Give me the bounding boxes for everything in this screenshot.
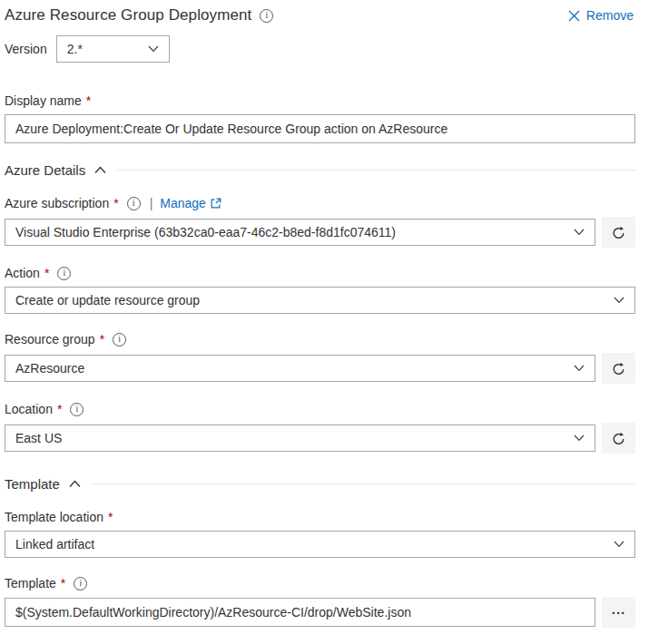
- resource-group-label: Resource group: [5, 332, 95, 346]
- template-location-label-row: Template location *: [5, 510, 635, 524]
- close-icon: [568, 10, 580, 22]
- azure-details-title: Azure Details: [5, 162, 85, 178]
- refresh-resource-group-button[interactable]: [602, 353, 635, 384]
- template-location-select[interactable]: Linked artifact: [5, 531, 635, 558]
- chevron-down-icon: [148, 45, 159, 53]
- ellipsis-icon: ...: [612, 602, 626, 616]
- template-field: Template * ...: [5, 576, 635, 628]
- required-mark: *: [113, 196, 118, 210]
- chevron-down-icon: [574, 365, 585, 372]
- action-field: Action * Create or update resource group: [5, 266, 635, 314]
- refresh-icon: [611, 225, 626, 240]
- manage-subscription-link[interactable]: Manage: [160, 196, 221, 210]
- chevron-down-icon: [574, 434, 585, 442]
- info-icon[interactable]: [70, 403, 84, 416]
- chevron-down-icon: [614, 541, 624, 548]
- chevron-up-icon: [69, 480, 81, 488]
- action-value: Create or update resource group: [15, 293, 200, 307]
- info-icon[interactable]: [57, 267, 71, 280]
- label-separator: |: [150, 196, 153, 210]
- template-input-row: ...: [5, 597, 635, 628]
- required-mark: *: [108, 510, 113, 524]
- version-label: Version: [5, 42, 47, 56]
- subscription-field: Azure subscription * | Manage Visual Stu…: [5, 196, 635, 248]
- display-name-label: Display name: [5, 93, 82, 108]
- location-select[interactable]: East US: [5, 424, 595, 452]
- action-label: Action: [5, 266, 40, 280]
- template-label-row: Template *: [5, 576, 635, 590]
- remove-label: Remove: [586, 8, 634, 23]
- info-icon[interactable]: [127, 197, 141, 210]
- subscription-select[interactable]: Visual Studio Enterprise (63b32ca0-eaa7-…: [5, 219, 595, 246]
- chevron-down-icon: [614, 297, 624, 304]
- location-label: Location: [5, 402, 53, 416]
- browse-template-button[interactable]: ...: [602, 597, 635, 628]
- required-mark: *: [86, 93, 91, 108]
- refresh-location-button[interactable]: [602, 423, 635, 454]
- template-section-title: Template: [5, 476, 60, 492]
- info-icon[interactable]: [74, 577, 87, 590]
- action-label-row: Action *: [5, 266, 635, 280]
- location-value: East US: [15, 431, 62, 445]
- info-icon[interactable]: [113, 333, 126, 346]
- manage-label: Manage: [160, 196, 206, 210]
- template-label: Template: [5, 576, 56, 590]
- task-title-wrap: Azure Resource Group Deployment: [5, 6, 273, 24]
- version-select[interactable]: 2.*: [56, 35, 170, 63]
- action-select[interactable]: Create or update resource group: [5, 287, 635, 314]
- chevron-up-icon: [94, 166, 106, 174]
- subscription-label: Azure subscription: [5, 196, 109, 210]
- section-divider: [92, 483, 635, 484]
- subscription-value: Visual Studio Enterprise (63b32ca0-eaa7-…: [15, 225, 396, 239]
- resource-group-select[interactable]: AzResource: [5, 355, 595, 382]
- required-mark: *: [57, 402, 62, 416]
- section-divider: [117, 170, 635, 171]
- remove-task-button[interactable]: Remove: [568, 8, 634, 23]
- display-name-label-row: Display name *: [5, 93, 635, 108]
- subscription-label-row: Azure subscription * | Manage: [5, 196, 635, 210]
- display-name-field: Display name *: [5, 93, 635, 143]
- required-mark: *: [44, 266, 49, 280]
- azure-details-section-header: Azure Details: [5, 162, 635, 178]
- required-mark: *: [61, 576, 65, 590]
- version-value: 2.*: [67, 42, 83, 56]
- section-toggle-template[interactable]: Template: [5, 476, 81, 492]
- chevron-down-icon: [574, 229, 585, 236]
- task-title: Azure Resource Group Deployment: [5, 6, 251, 24]
- resource-group-input-row: AzResource: [5, 353, 635, 384]
- location-field: Location * East US: [5, 402, 635, 454]
- template-location-field: Template location * Linked artifact: [5, 510, 635, 558]
- template-section-header: Template: [5, 476, 635, 492]
- template-location-label: Template location: [5, 510, 103, 524]
- location-label-row: Location *: [5, 402, 635, 416]
- external-link-icon: [211, 198, 221, 209]
- info-icon[interactable]: [260, 9, 273, 23]
- refresh-icon: [611, 361, 626, 376]
- version-row: Version 2.*: [5, 35, 635, 63]
- subscription-input-row: Visual Studio Enterprise (63b32ca0-eaa7-…: [5, 217, 635, 248]
- resource-group-label-row: Resource group *: [5, 332, 635, 346]
- refresh-icon: [611, 431, 626, 446]
- template-location-value: Linked artifact: [15, 537, 94, 551]
- display-name-input[interactable]: [5, 114, 635, 143]
- location-input-row: East US: [5, 423, 635, 454]
- refresh-subscription-button[interactable]: [602, 217, 635, 248]
- required-mark: *: [100, 332, 104, 346]
- task-header: Azure Resource Group Deployment Remove: [5, 6, 635, 24]
- section-toggle-azure-details[interactable]: Azure Details: [5, 162, 106, 178]
- template-path-input[interactable]: [5, 598, 595, 627]
- resource-group-value: AzResource: [15, 361, 84, 376]
- resource-group-field: Resource group * AzResource: [5, 332, 635, 384]
